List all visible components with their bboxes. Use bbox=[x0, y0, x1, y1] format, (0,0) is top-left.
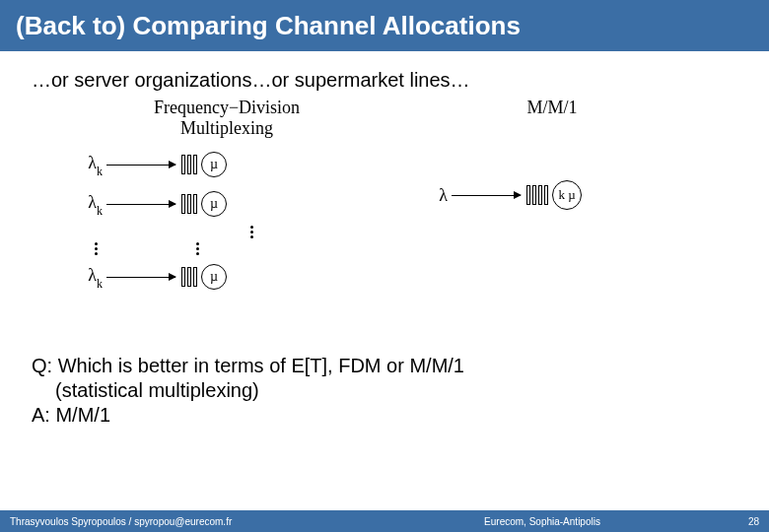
arrow-icon bbox=[106, 277, 175, 278]
lambda-over-k: λk bbox=[79, 192, 103, 217]
fdm-title: Frequency−Division Multiplexing bbox=[79, 98, 375, 139]
qa-block: Q: Which is better in terms of E[T], FDM… bbox=[0, 354, 769, 428]
queue-icon bbox=[181, 194, 197, 214]
footer-bar: Thrasyvoulos Spyropoulos / spyropou@eure… bbox=[0, 510, 769, 532]
queue-icon bbox=[526, 185, 548, 205]
question-line-1: Q: Which is better in terms of E[T], FDM… bbox=[32, 354, 737, 378]
queue-icon bbox=[181, 155, 197, 174]
vertical-dots-icon bbox=[95, 242, 98, 255]
slide: (Back to) Comparing Channel Allocations … bbox=[0, 0, 769, 532]
answer-line: A: M/M/1 bbox=[32, 403, 737, 428]
lambda-over-k: λk bbox=[79, 265, 103, 290]
arrow-icon bbox=[452, 195, 521, 196]
server-icon: µ bbox=[201, 264, 227, 290]
question-line-2: (statistical multiplexing) bbox=[32, 378, 737, 403]
footer-author: Thrasyvoulos Spyropoulos / spyropou@eure… bbox=[10, 516, 365, 527]
server-kmu-icon: k µ bbox=[552, 180, 582, 210]
fdm-row: λk µ bbox=[79, 145, 375, 184]
fdm-column: Frequency−Division Multiplexing λk µ λk … bbox=[79, 98, 375, 297]
mm1-row: λ k µ bbox=[424, 175, 680, 215]
footer-page-number: 28 bbox=[720, 516, 759, 527]
title-bar: (Back to) Comparing Channel Allocations bbox=[0, 0, 769, 51]
arrow-icon bbox=[106, 165, 175, 166]
subtitle-text: …or server organizations…or supermarket … bbox=[0, 51, 769, 92]
mm1-column: M/M/1 λ k µ bbox=[424, 98, 680, 215]
footer-affiliation: Eurecom, Sophia-Antipolis bbox=[365, 516, 720, 527]
vertical-dots-icon bbox=[196, 242, 199, 255]
lambda-label: λ bbox=[424, 185, 448, 206]
slide-title: (Back to) Comparing Channel Allocations bbox=[16, 11, 521, 41]
fdm-row: λk µ bbox=[79, 184, 375, 224]
vertical-dots-icon bbox=[128, 226, 375, 238]
server-icon: µ bbox=[201, 152, 227, 177]
diagram-area: Frequency−Division Multiplexing λk µ λk … bbox=[0, 98, 769, 354]
fdm-row: λk µ bbox=[79, 257, 375, 297]
lambda-over-k: λk bbox=[79, 153, 103, 177]
mm1-title: M/M/1 bbox=[424, 98, 680, 118]
server-icon: µ bbox=[201, 191, 227, 217]
arrow-icon bbox=[106, 204, 175, 205]
queue-icon bbox=[181, 267, 197, 287]
